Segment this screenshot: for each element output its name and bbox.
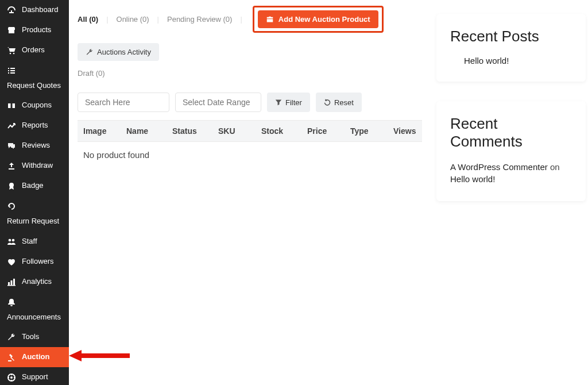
sidebar-item-label: Staff [22, 237, 63, 246]
sidebar-item-followers[interactable]: Followers [0, 252, 69, 272]
auctions-activity-button[interactable]: Auctions Activity [78, 43, 159, 61]
status-filter-links: All (0) | Online (0) | Pending Review (0… [78, 15, 242, 24]
sidebar-item-dashboard[interactable]: Dashboard [0, 0, 69, 20]
tools-icon [7, 333, 16, 342]
th-price: Price [307, 126, 339, 136]
recent-comments-widget: Recent Comments A WordPress Commenter on… [436, 101, 586, 201]
svg-rect-15 [13, 279, 15, 285]
search-input[interactable] [78, 93, 169, 112]
sidebar-item-coupons[interactable]: Coupons [0, 95, 69, 116]
analytics-icon [7, 278, 16, 287]
sidebar-item-label: Return Request [7, 217, 63, 226]
sidebar-item-label: Withdraw [22, 161, 63, 170]
status-filter-links-row2: Draft (0) [78, 69, 422, 78]
products-table: Image Name Status SKU Stock Price Type V… [78, 120, 422, 168]
orders-icon [7, 46, 16, 55]
button-label: Auctions Activity [97, 48, 151, 56]
comment-post-link[interactable]: Hello world! [450, 173, 572, 185]
svg-rect-7 [10, 72, 15, 74]
request-quotes-icon [7, 66, 16, 75]
commenter-link[interactable]: A WordPress Commenter [450, 162, 548, 172]
sidebar-item-withdraw[interactable]: Withdraw [0, 156, 69, 176]
th-image: Image [83, 126, 115, 136]
reset-button[interactable]: Reset [316, 93, 362, 112]
svg-rect-8 [8, 103, 11, 108]
return-icon [7, 202, 16, 211]
widget-title: Recent Posts [450, 28, 572, 45]
right-sidebar: Recent Posts Hello world! Recent Comment… [436, 0, 586, 221]
followers-icon [7, 257, 16, 267]
sidebar-item-label: Orders [22, 45, 63, 55]
sidebar-item-return-request[interactable]: Return Request [0, 196, 69, 231]
svg-rect-5 [10, 68, 15, 69]
svg-point-11 [9, 238, 11, 241]
sidebar-item-label: Announcements [7, 313, 63, 322]
svg-rect-16 [7, 285, 16, 286]
svg-point-18 [10, 376, 13, 379]
svg-point-1 [13, 53, 15, 55]
undo-icon [324, 99, 331, 106]
th-name: Name [126, 126, 161, 136]
status-link-pending[interactable]: Pending Review (0) [167, 15, 232, 24]
sidebar-item-label: Analytics [22, 277, 63, 286]
date-range-input[interactable] [175, 93, 261, 112]
separator: | [106, 15, 108, 24]
svg-rect-3 [8, 70, 9, 71]
svg-point-0 [10, 53, 11, 55]
staff-icon [7, 237, 16, 247]
add-new-auction-product-button[interactable]: Add New Auction Product [258, 10, 378, 28]
badge-icon [7, 182, 16, 191]
products-icon [7, 26, 16, 35]
sidebar-item-announcements[interactable]: Announcements [0, 292, 69, 327]
filter-icon [275, 99, 282, 106]
svg-rect-9 [12, 103, 15, 108]
svg-rect-13 [8, 282, 10, 285]
table-empty-message: No product found [78, 142, 422, 168]
th-stock: Stock [261, 126, 296, 136]
sidebar-item-request-quotes[interactable]: Request Quotes [0, 60, 69, 95]
sidebar-item-orders[interactable]: Orders [0, 40, 69, 60]
status-link-draft[interactable]: Draft (0) [78, 69, 105, 78]
sidebar-item-analytics[interactable]: Analytics [0, 272, 69, 292]
sidebar-item-label: Support [22, 372, 63, 382]
widget-title: Recent Comments [450, 115, 572, 151]
sidebar-item-label: Followers [22, 257, 63, 266]
sidebar-item-reports[interactable]: Reports [0, 116, 69, 136]
announcements-icon [7, 298, 16, 307]
table-header-row: Image Name Status SKU Stock Price Type V… [78, 120, 422, 142]
sidebar-item-label: Tools [22, 332, 63, 341]
th-type: Type [350, 126, 382, 136]
briefcase-icon [266, 16, 274, 24]
support-icon [7, 373, 16, 382]
sidebar-item-staff[interactable]: Staff [0, 232, 69, 252]
sidebar-item-label: Request Quotes [7, 81, 63, 90]
button-label: Add New Auction Product [278, 15, 370, 24]
sidebar-item-tools[interactable]: Tools [0, 327, 69, 347]
main-content: All (0) | Online (0) | Pending Review (0… [78, 0, 422, 385]
sidebar-item-reviews[interactable]: Reviews [0, 136, 69, 156]
highlight-annotation: Add New Auction Product [253, 6, 384, 33]
recent-posts-widget: Recent Posts Hello world! [436, 14, 586, 82]
svg-rect-2 [8, 68, 9, 69]
withdraw-icon [7, 161, 16, 171]
recent-post-link[interactable]: Hello world! [450, 56, 572, 66]
dashboard-icon [7, 6, 16, 15]
button-label: Reset [334, 98, 354, 107]
sidebar-item-label: Coupons [22, 101, 63, 110]
status-link-online[interactable]: Online (0) [117, 15, 149, 24]
sidebar-item-support[interactable]: Support [0, 367, 69, 385]
sidebar-item-label: Auction [22, 352, 63, 361]
th-sku: SKU [218, 126, 250, 136]
sidebar-item-label: Dashboard [22, 5, 63, 14]
sidebar-item-auction[interactable]: Auction [0, 347, 69, 367]
sidebar-item-label: Reviews [22, 141, 63, 150]
wrench-icon [86, 48, 94, 56]
filter-button[interactable]: Filter [267, 93, 310, 112]
th-views: Views [393, 126, 428, 136]
sidebar-item-badge[interactable]: Badge [0, 176, 69, 196]
sidebar-item-products[interactable]: Products [0, 20, 69, 40]
status-link-all[interactable]: All (0) [78, 15, 98, 24]
reports-icon [7, 121, 16, 130]
svg-point-12 [12, 238, 15, 241]
svg-rect-6 [10, 70, 15, 71]
